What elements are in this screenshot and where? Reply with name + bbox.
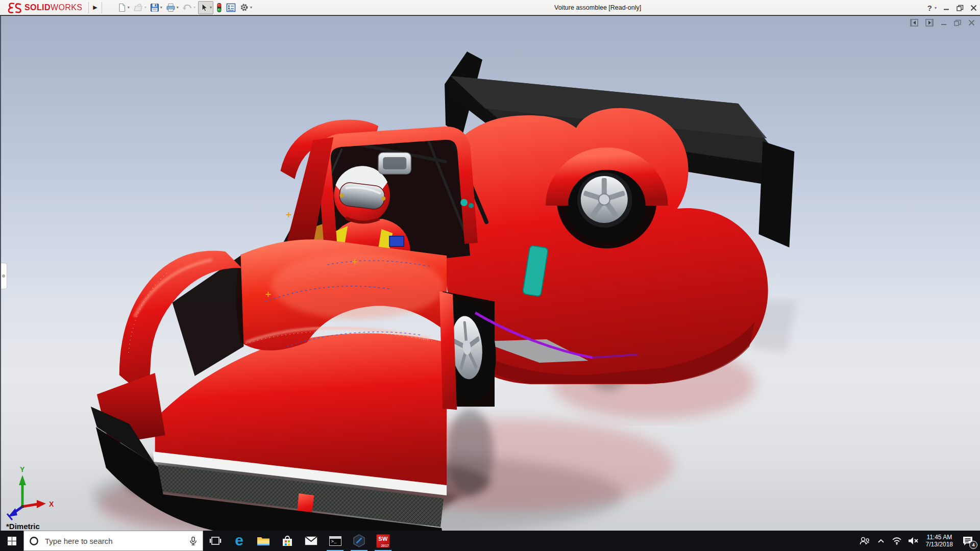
command-prompt-button[interactable]: >_ xyxy=(323,531,347,551)
pane-collapse-right-button[interactable] xyxy=(925,19,934,27)
titlebar: SOLIDWORKS ▶ ▾ ▾ xyxy=(0,0,980,15)
hexagon-app-icon xyxy=(353,534,365,547)
brand-text: SOLIDWORKS xyxy=(24,3,82,12)
hexagon-app-button[interactable] xyxy=(347,531,371,551)
cmd-titlebar xyxy=(330,537,341,539)
hidden-icons-button[interactable] xyxy=(873,531,889,551)
document-minimize-button[interactable] xyxy=(941,19,947,26)
brand-works: WORKS xyxy=(51,3,82,12)
volume-muted-icon xyxy=(908,537,919,545)
restore-button[interactable] xyxy=(957,5,964,11)
standard-toolbar: ▾ ▾ ▾ xyxy=(116,0,253,15)
solidworks-app-icon: SW 2017 xyxy=(376,534,390,548)
mail-button[interactable] xyxy=(299,531,323,551)
options-gear-icon xyxy=(239,3,249,12)
mail-icon xyxy=(305,536,317,545)
3d-model-race-car[interactable]: Y X xyxy=(1,16,980,531)
window-title: Voiture assomblee [Read-only] xyxy=(554,0,641,15)
triad-y-label: Y xyxy=(20,465,25,473)
edge-icon: e xyxy=(235,533,243,548)
clock-time: 11:45 AM xyxy=(926,534,953,541)
solidworks-window: SOLIDWORKS ▶ ▾ ▾ xyxy=(0,0,980,551)
cortana-icon xyxy=(29,536,39,546)
options-button[interactable]: ▾ xyxy=(238,2,253,14)
windows-taskbar: e xyxy=(0,531,980,551)
solidworks-logo: SOLIDWORKS xyxy=(0,0,88,15)
dropdown-caret[interactable]: ▾ xyxy=(128,5,130,10)
microphone-icon[interactable] xyxy=(189,536,198,546)
dropdown-caret: ▾ xyxy=(144,5,146,10)
rear-wheel xyxy=(557,153,657,248)
notification-badge: 4 xyxy=(969,541,977,549)
windows-logo-icon xyxy=(8,537,16,545)
minimize-button[interactable] xyxy=(943,5,950,11)
task-view-icon xyxy=(209,536,222,546)
task-pane-icon xyxy=(226,3,236,12)
start-button[interactable] xyxy=(0,531,23,551)
undo-button[interactable]: ▾ xyxy=(181,2,197,14)
window-controls: ? ▾ xyxy=(927,0,977,15)
tab-handle-dot xyxy=(2,274,5,278)
task-view-button[interactable] xyxy=(203,531,227,551)
wifi-icon xyxy=(892,537,902,545)
file-explorer-button[interactable] xyxy=(251,531,275,551)
document-restore-button[interactable] xyxy=(954,19,962,26)
save-button[interactable]: ▾ xyxy=(149,2,163,14)
solidworks-logo-mark xyxy=(7,2,22,13)
new-document-icon xyxy=(117,3,127,12)
open-icon xyxy=(133,3,143,12)
document-close-button[interactable] xyxy=(968,19,975,26)
volume-button[interactable] xyxy=(905,531,921,551)
document-window-controls xyxy=(910,19,975,27)
edge-button[interactable]: e xyxy=(227,531,251,551)
taskbar-clock[interactable]: 11:45 AM 7/13/2018 xyxy=(926,534,953,548)
task-pane-button[interactable] xyxy=(225,2,237,14)
brand-solid: SOLID xyxy=(24,3,51,12)
sw-letters: SW xyxy=(376,536,390,542)
new-document-button[interactable]: ▾ xyxy=(116,2,131,14)
dropdown-caret[interactable]: ▾ xyxy=(160,5,162,10)
taskbar-apps: e xyxy=(203,531,395,551)
print-button[interactable]: ▾ xyxy=(165,2,180,14)
view-orientation-label: *Dimetric xyxy=(6,522,40,531)
network-button[interactable] xyxy=(889,531,905,551)
triad-x-label: X xyxy=(49,500,54,508)
cmd-prompt-glyph: >_ xyxy=(331,540,337,544)
action-center-button[interactable]: 4 xyxy=(958,531,978,551)
chevron-up-icon xyxy=(877,538,885,543)
people-button[interactable] xyxy=(856,531,873,551)
undo-icon xyxy=(182,3,192,12)
menu-expand-arrow[interactable]: ▶ xyxy=(89,4,101,11)
graphics-viewport[interactable]: Y X xyxy=(0,16,980,531)
rear-view-mirror xyxy=(378,153,411,174)
separator xyxy=(102,2,102,13)
sw-year: 2017 xyxy=(381,544,389,547)
select-button[interactable]: ▾ xyxy=(198,1,213,14)
pane-collapse-left-button[interactable] xyxy=(910,19,919,27)
rebuild-button[interactable] xyxy=(215,2,224,14)
dropdown-caret[interactable]: ▾ xyxy=(250,5,252,10)
clock-date: 7/13/2018 xyxy=(926,541,953,548)
solidworks-taskbar-button[interactable]: SW 2017 xyxy=(371,531,395,551)
command-prompt-icon: >_ xyxy=(329,536,341,546)
dropdown-caret[interactable]: ▾ xyxy=(210,5,212,10)
save-icon xyxy=(150,3,159,12)
help-button[interactable]: ? xyxy=(927,4,932,12)
people-icon xyxy=(859,536,870,545)
rebuild-traffic-light-icon xyxy=(216,3,223,13)
dropdown-caret[interactable]: ▾ xyxy=(177,5,179,10)
file-explorer-icon xyxy=(257,535,270,546)
feature-tree-collapsed-tab[interactable] xyxy=(1,263,7,289)
help-caret[interactable]: ▾ xyxy=(935,6,937,10)
open-button[interactable]: ▾ xyxy=(132,2,148,14)
taskbar-search[interactable] xyxy=(23,531,203,551)
close-button[interactable] xyxy=(970,5,977,11)
search-input[interactable] xyxy=(44,536,184,546)
dropdown-caret: ▾ xyxy=(193,5,195,10)
store-button[interactable] xyxy=(275,531,299,551)
select-cursor-icon xyxy=(200,3,209,12)
print-icon xyxy=(166,3,176,12)
system-tray: 11:45 AM 7/13/2018 4 xyxy=(856,531,980,551)
store-icon xyxy=(281,535,293,547)
